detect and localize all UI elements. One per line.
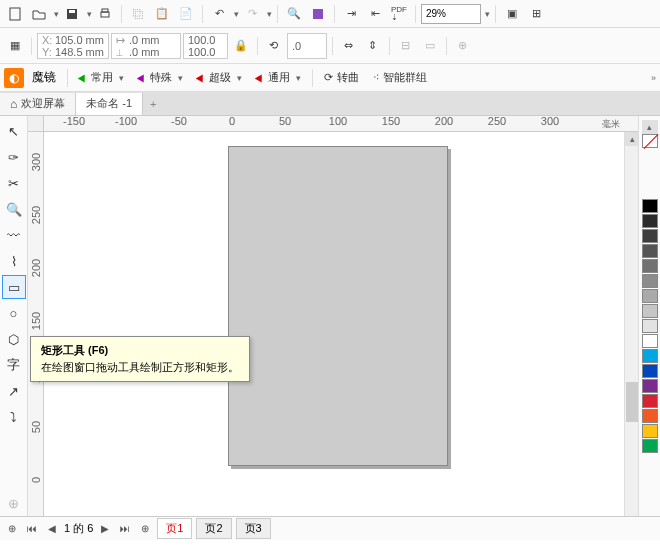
open-dropdown-icon[interactable]: ▾	[54, 9, 59, 19]
tab-welcome[interactable]: ⌂欢迎屏幕	[0, 93, 76, 115]
tab-document[interactable]: 未命名 -1	[76, 93, 143, 115]
save-dropdown-icon[interactable]: ▾	[87, 9, 92, 19]
rectangle-tool[interactable]: ▭	[2, 275, 26, 299]
scroll-up-icon[interactable]: ▴	[625, 132, 638, 146]
pdf-button[interactable]: PDF⇣	[388, 3, 410, 25]
print-button[interactable]	[94, 3, 116, 25]
connector-tool[interactable]: ⤵	[2, 405, 26, 429]
swatch-color[interactable]	[642, 394, 658, 408]
pick-tool[interactable]: ↖	[2, 119, 26, 143]
zoom-tool[interactable]: 🔍	[2, 197, 26, 221]
swatch-gray[interactable]	[642, 259, 658, 273]
swatch-color[interactable]	[642, 364, 658, 378]
save-button[interactable]	[61, 3, 83, 25]
paste-button[interactable]: 📋	[151, 3, 173, 25]
swatch-color[interactable]	[642, 424, 658, 438]
tab-add-button[interactable]: +	[143, 98, 163, 110]
palette-up-icon[interactable]: ▴	[642, 120, 658, 134]
add-button[interactable]: ⊕	[452, 35, 474, 57]
swatch-gray[interactable]	[642, 214, 658, 228]
menu-chaoji[interactable]: 超级▾	[191, 67, 248, 88]
redo-button[interactable]: ↷	[241, 3, 263, 25]
swatch-color[interactable]	[642, 439, 658, 453]
fullscreen-button[interactable]: ▣	[501, 3, 523, 25]
shape-tool[interactable]: ✑	[2, 145, 26, 169]
position-fields[interactable]: X:105.0 mm Y:148.5 mm	[37, 33, 109, 59]
clipboard-button[interactable]: 📄	[175, 3, 197, 25]
dimension-tool[interactable]: ↗	[2, 379, 26, 403]
new-doc-button[interactable]	[4, 3, 26, 25]
swatch-color[interactable]	[642, 379, 658, 393]
polygon-tool[interactable]: ⬡	[2, 327, 26, 351]
page-rect[interactable]	[228, 146, 448, 466]
swatch-gray[interactable]	[642, 304, 658, 318]
scroll-thumb[interactable]	[626, 382, 638, 422]
align-button[interactable]: ⊟	[395, 35, 417, 57]
size-fields[interactable]: ↦.0 mm ⟂.0 mm	[111, 33, 181, 59]
first-page-button[interactable]: ⏮	[24, 521, 40, 537]
menu-zhuanqu[interactable]: ⟳转曲	[318, 67, 365, 88]
add-page-after-button[interactable]: ⊕	[137, 521, 153, 537]
swatch-color[interactable]	[642, 409, 658, 423]
canvas[interactable]: -150 -100 -50 0 50 100 150 200 250 300 毫…	[28, 116, 638, 516]
swatch-none[interactable]	[642, 134, 658, 148]
rotate-icon: ⟲	[263, 35, 285, 57]
swatch-gray[interactable]	[642, 319, 658, 333]
gray-swatches	[639, 199, 660, 349]
prev-page-button[interactable]: ◀	[44, 521, 60, 537]
last-page-button[interactable]: ⏭	[117, 521, 133, 537]
menu-changyong[interactable]: 常用▾	[73, 67, 130, 88]
menu-teshu[interactable]: 特殊▾	[132, 67, 189, 88]
main-toolbar: ▾ ▾ ⿻ 📋 📄 ↶ ▾ ↷ ▾ 🔍 ⇥ ⇤ PDF⇣ ▾ ▣ ⊞	[0, 0, 660, 28]
scale-fields[interactable]: 100.0 100.0	[183, 33, 228, 59]
menu-tongyong[interactable]: 通用▾	[250, 67, 307, 88]
overflow-icon[interactable]: »	[651, 73, 656, 83]
scrollbar-vertical[interactable]: ▴	[624, 132, 638, 516]
next-page-button[interactable]: ▶	[97, 521, 113, 537]
ruler-corner[interactable]	[28, 116, 44, 132]
import-button[interactable]: ⇥	[340, 3, 362, 25]
swatch-gray[interactable]	[642, 229, 658, 243]
search-button[interactable]: 🔍	[283, 3, 305, 25]
artistic-tool[interactable]: ⌇	[2, 249, 26, 273]
page-tab-1[interactable]: 页1	[157, 518, 192, 539]
copy-button[interactable]: ⿻	[127, 3, 149, 25]
text-tool[interactable]: 字	[2, 353, 26, 377]
mojing-icon: ◐	[4, 68, 24, 88]
redo-dropdown-icon[interactable]: ▾	[267, 9, 272, 19]
swatch-gray[interactable]	[642, 199, 658, 213]
link-button[interactable]	[307, 3, 329, 25]
zoom-dropdown-icon[interactable]: ▾	[485, 9, 490, 19]
ruler-horizontal[interactable]: -150 -100 -50 0 50 100 150 200 250 300	[44, 116, 638, 132]
rulers-button[interactable]: ⊞	[525, 3, 547, 25]
swatch-gray[interactable]	[642, 244, 658, 258]
lock-ratio-button[interactable]: 🔒	[230, 35, 252, 57]
ellipse-tool[interactable]: ○	[2, 301, 26, 325]
menu-zhineng[interactable]: ⁖智能群组	[367, 67, 433, 88]
zoom-input[interactable]	[421, 4, 481, 24]
property-bar: ▦ X:105.0 mm Y:148.5 mm ↦.0 mm ⟂.0 mm 10…	[0, 28, 660, 64]
home-icon: ⌂	[10, 97, 17, 111]
ruler-unit: 毫米	[602, 118, 620, 131]
undo-dropdown-icon[interactable]: ▾	[234, 9, 239, 19]
add-page-button[interactable]: ⊕	[4, 521, 20, 537]
ruler-vertical[interactable]: 300 250 200 150 100 50 0	[28, 132, 44, 516]
crop-tool[interactable]: ✂	[2, 171, 26, 195]
page-tab-2[interactable]: 页2	[196, 518, 231, 539]
freehand-tool[interactable]: 〰	[2, 223, 26, 247]
group-icon: ⁖	[373, 71, 379, 84]
open-button[interactable]	[28, 3, 50, 25]
swatch-gray[interactable]	[642, 289, 658, 303]
export-button[interactable]: ⇤	[364, 3, 386, 25]
swatch-gray[interactable]	[642, 274, 658, 288]
swatch-color[interactable]	[642, 349, 658, 363]
swatch-gray[interactable]	[642, 334, 658, 348]
grid-button[interactable]: ▦	[4, 35, 26, 57]
expand-toolbox[interactable]: ⊕	[2, 491, 26, 515]
mirror-h-button[interactable]: ⇔	[338, 35, 360, 57]
mirror-v-button[interactable]: ⇕	[362, 35, 384, 57]
order-button[interactable]: ▭	[419, 35, 441, 57]
rotation-field[interactable]: .0	[287, 33, 327, 59]
undo-button[interactable]: ↶	[208, 3, 230, 25]
page-tab-3[interactable]: 页3	[236, 518, 271, 539]
